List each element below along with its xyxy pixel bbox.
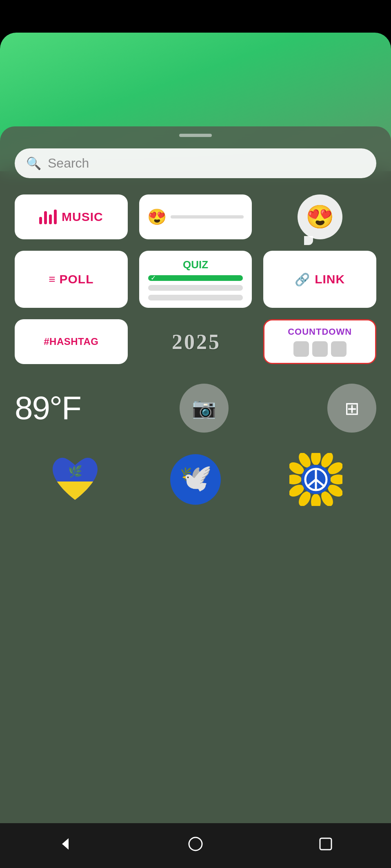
poll-sticker[interactable]: ≡ POLL (15, 251, 128, 308)
emoji-row: 😍 (147, 208, 244, 226)
countdown-sticker[interactable]: COUNTDOWN (263, 319, 376, 364)
link-sticker[interactable]: 🔗 LINK (263, 251, 376, 308)
music-bars-icon (39, 210, 57, 224)
music-label: MUSIC (62, 210, 103, 224)
svg-text:🌿: 🌿 (68, 465, 82, 478)
peace-sticker[interactable] (289, 453, 342, 508)
year-digit-2b: 2 (196, 330, 207, 354)
poll-icon: ≡ (49, 273, 55, 286)
year-digit-5: 5 (209, 330, 219, 354)
hashtag-label: #HASHTAG (44, 336, 98, 347)
quiz-label: QUIZ (183, 258, 208, 271)
countdown-box-3 (331, 341, 347, 357)
svg-point-22 (189, 837, 202, 850)
quiz-sticker[interactable]: QUIZ ✓ (139, 251, 252, 308)
bubble-tail (304, 236, 313, 245)
camera-icon: 📷 (192, 397, 216, 420)
emoji-bubble: 😍 (298, 194, 342, 239)
svg-point-7 (330, 475, 342, 484)
drag-handle[interactable] (179, 134, 212, 137)
svg-marker-21 (62, 838, 69, 850)
weather-display: 89°F (15, 389, 81, 427)
back-button[interactable] (57, 836, 73, 856)
quiz-bar-correct: ✓ (148, 275, 243, 281)
music-bar-2 (44, 211, 47, 224)
slider-emoji: 😍 (147, 208, 167, 226)
back-icon (57, 836, 73, 852)
svg-text:🕊️: 🕊️ (179, 462, 212, 494)
year-digit-2: 2 (172, 330, 182, 354)
sticker-add-button[interactable]: ⊞ (327, 384, 376, 433)
bubble-emoji: 😍 (306, 203, 334, 230)
link-label: LINK (315, 272, 345, 286)
recents-icon (318, 836, 334, 852)
emoji-bubble-sticker[interactable]: 😍 (263, 194, 376, 239)
svg-point-4 (311, 453, 321, 465)
link-icon: 🔗 (295, 272, 310, 287)
hashtag-sticker[interactable]: #HASHTAG (15, 319, 128, 364)
search-bar[interactable]: 🔍 Search (15, 148, 376, 178)
music-sticker[interactable]: MUSIC (15, 194, 128, 239)
emoji-sticker-row: 🌿 🕊️ (0, 449, 391, 512)
svg-point-10 (311, 494, 321, 506)
search-placeholder: Search (48, 156, 89, 171)
search-icon: 🔍 (26, 156, 41, 170)
recents-button[interactable] (318, 836, 334, 856)
countdown-box-2 (312, 341, 328, 357)
quiz-bar-wrong-2 (148, 295, 243, 300)
dove-svg: 🕊️ (169, 453, 222, 506)
emoji-slider-sticker[interactable]: 😍 (139, 194, 252, 239)
svg-rect-0 (49, 481, 102, 506)
peace-svg (289, 453, 342, 506)
music-bar-4 (54, 210, 57, 224)
action-row: 89°F 📷 ⊞ (0, 375, 391, 441)
top-status-bar (0, 0, 391, 33)
ukraine-heart-sticker[interactable]: 🌿 (49, 453, 102, 508)
sticker-grid: MUSIC 😍 😍 ≡ POLL QUIZ ✓ (0, 194, 391, 364)
ukraine-heart-svg: 🌿 (49, 453, 102, 506)
year-sticker[interactable]: 2 0 2 5 (139, 319, 252, 364)
camera-button[interactable]: 📷 (180, 384, 229, 433)
quiz-bar-wrong-1 (148, 285, 243, 291)
poll-label: POLL (60, 272, 94, 286)
countdown-label: COUNTDOWN (288, 327, 352, 337)
slider-track (171, 215, 244, 219)
svg-point-13 (289, 475, 302, 484)
countdown-boxes (293, 341, 347, 357)
bottom-nav-bar (0, 823, 391, 868)
dove-sticker[interactable]: 🕊️ (169, 453, 222, 508)
countdown-box-1 (293, 341, 309, 357)
year-digit-0: 0 (184, 330, 195, 354)
sticker-add-icon: ⊞ (344, 398, 360, 419)
music-bar-3 (49, 214, 52, 224)
svg-rect-23 (320, 838, 331, 850)
music-bar-1 (39, 217, 42, 224)
home-icon (187, 836, 204, 852)
sticker-picker-sheet: 🔍 Search MUSIC 😍 😍 (0, 126, 391, 835)
home-button[interactable] (187, 836, 204, 856)
